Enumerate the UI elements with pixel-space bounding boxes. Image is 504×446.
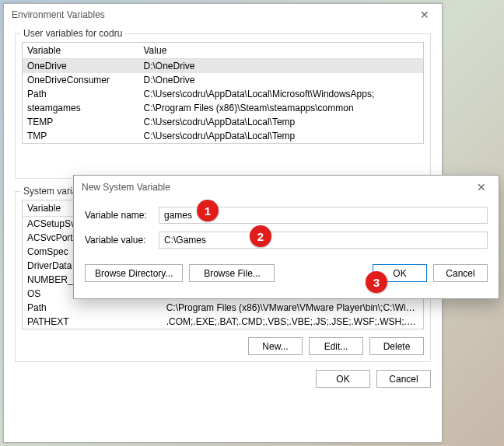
modal-body: Variable name: Variable value: [74, 199, 499, 263]
new-button[interactable]: New... [248, 337, 303, 355]
cell-value: D:\OneDrive [139, 59, 424, 74]
variable-value-input[interactable] [159, 232, 488, 249]
user-vars-heading: User variables for codru [20, 28, 125, 39]
delete-button[interactable]: Delete [369, 337, 424, 355]
cell-variable: Path [23, 87, 139, 101]
table-row[interactable]: PATHEXT .COM;.EXE;.BAT;.CMD;.VBS;.VBE;.J… [23, 315, 424, 329]
annotation-badge-2: 2 [250, 225, 271, 247]
cell-value: C:\Program Files (x86)\Steam\steamapps\c… [139, 101, 424, 115]
table-row[interactable]: TMP C:\Users\codru\AppData\Local\Temp [23, 129, 424, 144]
new-system-variable-dialog: New System Variable ✕ Variable name: Var… [73, 175, 499, 299]
dialog-buttons: OK Cancel [15, 370, 431, 388]
cell-variable: OneDrive [23, 59, 139, 74]
browse-directory-button[interactable]: Browse Directory... [85, 264, 183, 282]
cell-variable: OneDriveConsumer [23, 73, 139, 87]
sys-vars-buttons: New... Edit... Delete [22, 337, 424, 355]
table-row[interactable]: TEMP C:\Users\codru\AppData\Local\Temp [23, 115, 424, 129]
cell-value: .COM;.EXE;.BAT;.CMD;.VBS;.VBE;.JS;.JSE;.… [162, 315, 424, 329]
table-row[interactable]: Path C:\Program Files (x86)\VMware\VMwar… [23, 301, 424, 315]
user-vars-group: User variables for codru Variable Value … [15, 33, 431, 179]
cell-variable: PATHEXT [23, 315, 162, 329]
cell-variable: TEMP [23, 115, 139, 129]
variable-value-label: Variable value: [85, 235, 159, 246]
cell-value: C:\Users\codru\AppData\Local\Temp [139, 129, 424, 144]
modal-titlebar: New System Variable ✕ [74, 176, 499, 199]
table-row[interactable]: steamgames C:\Program Files (x86)\Steam\… [23, 101, 424, 115]
variable-value-row: Variable value: [85, 232, 488, 249]
table-row[interactable]: OneDriveConsumer D:\OneDrive [23, 73, 424, 87]
variable-name-label: Variable name: [85, 210, 159, 221]
env-titlebar: Environment Variables ✕ [4, 4, 442, 26]
table-row[interactable]: Path C:\Users\codru\AppData\Local\Micros… [23, 87, 424, 101]
modal-title: New System Variable [82, 182, 170, 193]
ok-button[interactable]: OK [316, 370, 370, 388]
cell-value: C:\Program Files (x86)\VMware\VMware Pla… [162, 301, 424, 315]
cell-variable: steamgames [23, 101, 139, 115]
annotation-badge-1: 1 [197, 200, 219, 221]
annotation-badge-3: 3 [366, 271, 387, 293]
variable-name-row: Variable name: [85, 207, 488, 224]
cancel-button[interactable]: Cancel [376, 370, 431, 388]
browse-file-button[interactable]: Browse File... [189, 264, 275, 282]
close-icon[interactable]: ✕ [415, 9, 434, 21]
cell-value: C:\Users\codru\AppData\Local\Microsoft\W… [139, 87, 424, 101]
modal-buttons: Browse Directory... Browse File... OK Ca… [74, 263, 499, 290]
modal-cancel-button[interactable]: Cancel [433, 264, 488, 282]
cell-value: D:\OneDrive [139, 73, 424, 87]
user-vars-table[interactable]: Variable Value OneDrive D:\OneDrive OneD… [22, 42, 424, 144]
close-icon[interactable]: ✕ [472, 181, 491, 193]
edit-button[interactable]: Edit... [309, 337, 363, 355]
env-title: Environment Variables [12, 9, 105, 20]
col-variable[interactable]: Variable [23, 43, 139, 59]
cell-variable: TMP [23, 129, 139, 144]
cell-variable: Path [23, 301, 162, 315]
table-row[interactable]: OneDrive D:\OneDrive [23, 59, 424, 74]
cell-value: C:\Users\codru\AppData\Local\Temp [139, 115, 424, 129]
col-value[interactable]: Value [139, 43, 424, 59]
